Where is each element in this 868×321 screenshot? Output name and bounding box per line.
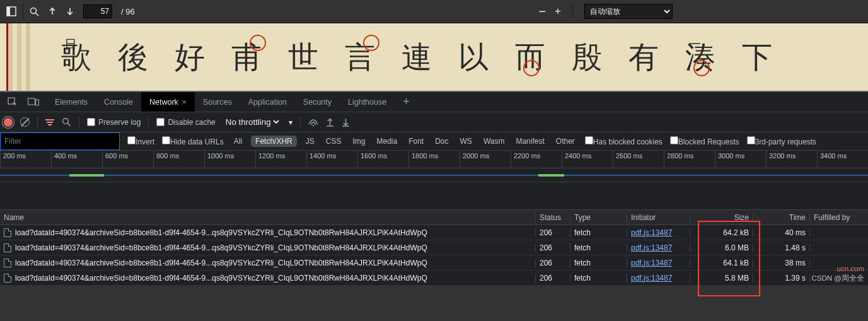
tab-lighthouse[interactable]: Lighthouse [340,92,395,112]
hide-data-urls-checkbox[interactable]: Hide data URLs [162,136,224,146]
filter-type-img[interactable]: Img [350,136,367,147]
zoom-select[interactable]: 自动缩放 [584,4,673,19]
calligraphy-char: 甫 [218,37,275,78]
column-header[interactable]: Fulfilled by [810,213,868,222]
cell-time: 1.48 s [753,243,810,252]
tab-network[interactable]: Network× [141,92,195,112]
initiator-link[interactable]: pdf.js:13487 [631,259,672,267]
initiator-link[interactable]: pdf.js:13487 [631,228,672,237]
parchment-border [6,23,33,91]
request-name: load?dataId=490374&archiveSid=b8bce8b1-d… [15,259,427,267]
cell-type: fetch [570,274,627,283]
request-name: load?dataId=490374&archiveSid=b8bce8b1-d… [15,228,427,237]
cell-status: 206 [536,228,570,237]
zoom-in-icon[interactable]: + [555,5,561,18]
column-header[interactable]: Status [536,213,570,222]
cell-status: 206 [536,274,570,283]
table-row[interactable]: load?dataId=490374&archiveSid=b8bce8b1-d… [0,255,868,271]
search-icon[interactable] [30,7,39,16]
initiator-link[interactable]: pdf.js:13487 [631,274,672,283]
tab-console[interactable]: Console [96,92,141,112]
timeline-overview[interactable] [0,168,868,182]
cell-status: 206 [536,259,570,267]
record-button[interactable] [4,118,13,127]
tab-sources[interactable]: Sources [195,92,240,112]
file-icon [4,274,11,283]
table-row[interactable]: load?dataId=490374&archiveSid=b8bce8b1-d… [0,271,868,286]
filter-type-other[interactable]: Other [553,136,577,147]
device-toggle-icon[interactable] [28,98,39,107]
filter-toggle-icon[interactable] [45,118,54,127]
cell-type: fetch [570,243,627,252]
column-header[interactable]: Name [0,213,536,222]
network-table: NameStatusTypeInitiatorSizeTimeFulfilled… [0,210,868,286]
calligraphy-char: 言 [332,37,388,78]
calligraphy-char: 下 [729,37,785,78]
table-row[interactable]: load?dataId=490374&archiveSid=b8bce8b1-d… [0,225,868,240]
cell-type: fetch [570,228,627,237]
search-network-icon[interactable] [62,117,71,127]
tab-application[interactable]: Application [240,92,295,112]
cell-size: 6.0 MB [690,243,753,252]
ruler-tick: 2200 ms [511,151,562,168]
export-har-icon[interactable] [342,117,350,127]
ruler-tick: 1200 ms [255,151,306,168]
calligraphy-char: 有 [615,37,672,78]
ruler-tick: 400 ms [51,151,102,168]
filter-type-ws[interactable]: WS [458,136,475,147]
add-tab-icon[interactable]: + [395,92,418,112]
tab-security[interactable]: Security [295,92,340,112]
filter-type-fetchxhr[interactable]: Fetch/XHR [251,136,297,147]
column-header[interactable]: Initiator [627,213,690,222]
request-name: load?dataId=490374&archiveSid=b8bce8b1-d… [15,243,427,252]
initiator-link[interactable]: pdf.js:13487 [631,243,672,252]
calligraphy-char: 湊一 [672,37,729,78]
filter-type-manifest[interactable]: Manifest [513,136,547,147]
clear-button[interactable] [20,117,30,127]
ruler-tick: 1400 ms [306,151,357,168]
filter-type-font[interactable]: Font [406,136,426,147]
column-header[interactable]: Size [690,213,753,222]
table-row[interactable]: load?dataId=490374&archiveSid=b8bce8b1-d… [0,240,868,255]
column-header[interactable]: Time [753,213,810,222]
invert-checkbox[interactable]: Invert [127,136,154,146]
filter-type-wasm[interactable]: Wasm [481,136,507,147]
network-conditions-icon[interactable] [308,118,318,127]
table-header[interactable]: NameStatusTypeInitiatorSizeTimeFulfilled… [0,210,868,225]
filter-input[interactable] [0,132,120,150]
filter-type-js[interactable]: JS [303,136,317,147]
svg-rect-5 [28,98,35,105]
tab-elements[interactable]: Elements [47,92,96,112]
close-icon[interactable]: × [182,98,187,107]
inspect-icon[interactable] [8,97,18,107]
prev-page-icon[interactable] [48,7,57,16]
preserve-log-checkbox[interactable]: Preserve log [87,118,141,127]
ruler-tick: 1000 ms [204,151,255,168]
third-party-checkbox[interactable]: 3rd-party requests [747,136,816,146]
filter-type-css[interactable]: CSS [323,136,344,147]
ruler-tick: 2800 ms [664,151,715,168]
blocked-requests-checkbox[interactable]: Blocked Requests [670,136,739,146]
column-header[interactable]: Type [570,213,627,222]
ruler-tick: 3400 ms [817,151,868,168]
import-har-icon[interactable] [326,117,334,127]
sidebar-toggle-icon[interactable] [6,6,16,16]
timeline-ruler[interactable]: 200 ms400 ms600 ms800 ms1000 ms1200 ms14… [0,151,868,168]
disable-cache-checkbox[interactable]: Disable cache [156,118,215,127]
filter-type-media[interactable]: Media [374,136,400,147]
has-blocked-cookies-checkbox[interactable]: Has blocked cookies [585,136,663,146]
zoom-out-icon[interactable]: − [538,4,546,19]
document-content[interactable]: 歌日後 好 甫 世 言 連 以 而 殷 有 湊一下 [0,23,868,91]
overview-bar [69,174,104,177]
filter-type-doc[interactable]: Doc [432,136,451,147]
ruler-tick: 1800 ms [408,151,460,168]
throttling-caret-icon[interactable]: ▾ [289,118,292,127]
cell-time: 40 ms [753,228,810,237]
next-page-icon[interactable] [66,7,74,16]
svg-point-2 [31,8,37,13]
page-number-input[interactable] [83,4,112,18]
calligraphy-char: 而 [502,37,558,78]
filter-type-all[interactable]: All [231,136,245,147]
throttling-select[interactable]: No throttling [223,117,281,127]
calligraphy-char: 連 [388,37,445,78]
